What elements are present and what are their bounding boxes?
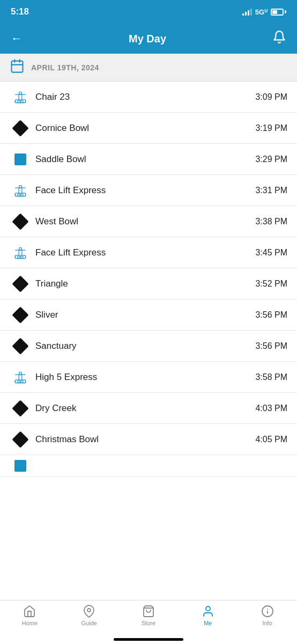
activity-row-2[interactable]: Cornice Bowl3:19 PM bbox=[0, 113, 297, 144]
activity-name-10: High 5 Express bbox=[35, 372, 255, 383]
back-button[interactable]: ← bbox=[11, 32, 23, 46]
diamond-icon bbox=[12, 275, 28, 292]
activity-name-5: West Bowl bbox=[35, 216, 255, 227]
activity-name-4: Face Lift Express bbox=[35, 185, 255, 196]
activity-icon-1 bbox=[10, 90, 31, 104]
activity-icon-9 bbox=[10, 340, 31, 352]
svg-rect-13 bbox=[21, 194, 23, 196]
activity-icon-13 bbox=[10, 460, 31, 472]
activity-row-7[interactable]: Triangle3:52 PM bbox=[0, 268, 297, 299]
activity-time-8: 3:56 PM bbox=[255, 310, 287, 320]
svg-rect-6 bbox=[21, 100, 23, 103]
svg-point-34 bbox=[206, 606, 210, 611]
nav-label-home: Home bbox=[22, 620, 38, 626]
nav-item-guide[interactable]: Guide bbox=[60, 605, 119, 626]
svg-point-24 bbox=[19, 247, 22, 250]
activity-name-7: Triangle bbox=[35, 279, 255, 289]
nav-item-home[interactable]: Home bbox=[0, 605, 60, 626]
activity-name-1: Chair 23 bbox=[35, 92, 255, 103]
lift-icon bbox=[13, 246, 27, 260]
bottom-nav: Home Guide Store Me Info bbox=[0, 600, 297, 644]
bell-icon[interactable] bbox=[272, 30, 286, 47]
blue-square-icon bbox=[14, 460, 26, 472]
activity-icon-11 bbox=[10, 402, 31, 414]
nav-label-me: Me bbox=[204, 620, 212, 626]
svg-rect-12 bbox=[18, 194, 20, 196]
calendar-icon bbox=[10, 58, 25, 77]
home-indicator bbox=[114, 638, 183, 641]
page-title: My Day bbox=[129, 33, 166, 45]
activity-row-1[interactable]: Chair 233:09 PM bbox=[0, 82, 297, 113]
diamond-icon bbox=[12, 213, 28, 230]
date-label: APRIL 19TH, 2024 bbox=[31, 63, 99, 72]
diamond-icon bbox=[12, 400, 28, 416]
activity-icon-10 bbox=[10, 370, 31, 384]
info-icon bbox=[261, 605, 274, 618]
activity-row-4[interactable]: Face Lift Express3:31 PM bbox=[0, 175, 297, 206]
nav-label-info: Info bbox=[262, 620, 272, 626]
store-icon bbox=[142, 605, 155, 618]
activity-icon-12 bbox=[10, 434, 31, 445]
blue-square-icon bbox=[14, 153, 26, 165]
activity-row-6[interactable]: Face Lift Express3:45 PM bbox=[0, 237, 297, 268]
nav-item-me[interactable]: Me bbox=[178, 605, 237, 626]
activity-icon-4 bbox=[10, 184, 31, 197]
guide-icon bbox=[83, 605, 95, 618]
activity-row-11[interactable]: Dry Creek4:03 PM bbox=[0, 393, 297, 424]
svg-rect-5 bbox=[18, 100, 20, 103]
activity-icon-7 bbox=[10, 278, 31, 290]
svg-rect-26 bbox=[18, 380, 20, 383]
activity-icon-5 bbox=[10, 216, 31, 228]
svg-rect-19 bbox=[18, 256, 20, 258]
activity-name-8: Sliver bbox=[35, 310, 255, 320]
activity-time-3: 3:29 PM bbox=[255, 155, 287, 164]
svg-point-17 bbox=[19, 185, 22, 188]
diamond-icon bbox=[12, 338, 28, 354]
diamond-icon bbox=[12, 120, 28, 136]
home-icon bbox=[23, 605, 36, 618]
diamond-icon bbox=[12, 431, 28, 448]
activity-row-8[interactable]: Sliver3:56 PM bbox=[0, 299, 297, 331]
activity-row-3[interactable]: Saddle Bowl3:29 PM bbox=[0, 144, 297, 175]
diamond-icon bbox=[12, 306, 28, 323]
header: ← My Day bbox=[0, 24, 297, 54]
activity-icon-6 bbox=[10, 246, 31, 260]
activity-time-5: 3:38 PM bbox=[255, 217, 287, 226]
activity-time-1: 3:09 PM bbox=[255, 92, 287, 102]
svg-rect-27 bbox=[21, 380, 23, 383]
activity-row-10[interactable]: High 5 Express3:58 PM bbox=[0, 362, 297, 393]
activity-name-2: Cornice Bowl bbox=[35, 123, 255, 134]
nav-item-info[interactable]: Info bbox=[237, 605, 297, 626]
svg-rect-0 bbox=[12, 61, 23, 72]
activity-time-10: 3:58 PM bbox=[255, 372, 287, 382]
activity-time-9: 3:56 PM bbox=[255, 341, 287, 351]
activity-name-3: Saddle Bowl bbox=[35, 154, 255, 165]
activity-row-5[interactable]: West Bowl3:38 PM bbox=[0, 206, 297, 237]
activity-row-12[interactable]: Christmas Bowl4:05 PM bbox=[0, 424, 297, 455]
activity-icon-2 bbox=[10, 122, 31, 134]
svg-rect-25 bbox=[15, 379, 26, 383]
activity-time-6: 3:45 PM bbox=[255, 248, 287, 258]
activity-time-2: 3:19 PM bbox=[255, 123, 287, 133]
activity-icon-3 bbox=[10, 153, 31, 165]
lift-icon bbox=[13, 370, 27, 384]
activity-time-4: 3:31 PM bbox=[255, 186, 287, 195]
svg-rect-18 bbox=[15, 255, 26, 258]
activity-name-12: Christmas Bowl bbox=[35, 434, 255, 445]
activity-time-11: 4:03 PM bbox=[255, 404, 287, 413]
svg-rect-20 bbox=[21, 256, 23, 258]
svg-rect-4 bbox=[15, 99, 26, 103]
activity-row-9[interactable]: Sanctuary3:56 PM bbox=[0, 331, 297, 362]
activity-time-7: 3:52 PM bbox=[255, 279, 287, 289]
activity-row-13[interactable] bbox=[0, 455, 297, 477]
activity-list: Chair 233:09 PMCornice Bowl3:19 PMSaddle… bbox=[0, 82, 297, 525]
svg-rect-11 bbox=[15, 193, 26, 196]
lift-icon bbox=[13, 90, 27, 104]
activity-time-12: 4:05 PM bbox=[255, 435, 287, 444]
status-bar: 5:18 5Gᵁ bbox=[0, 0, 297, 24]
svg-point-31 bbox=[19, 372, 22, 375]
nav-item-store[interactable]: Store bbox=[119, 605, 179, 626]
date-bar: APRIL 19TH, 2024 bbox=[0, 54, 297, 82]
nav-label-store: Store bbox=[142, 620, 155, 626]
lift-icon bbox=[13, 184, 27, 197]
